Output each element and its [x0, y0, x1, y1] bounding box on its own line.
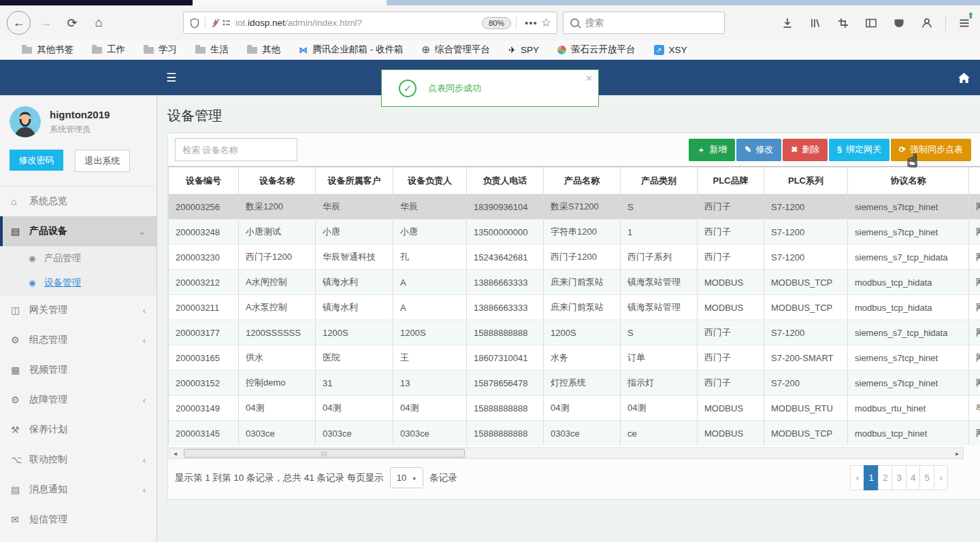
table-cell: 04测	[544, 396, 621, 421]
table-row[interactable]: 2000031771200SSSSSS1200S1200S15888888888…	[169, 320, 980, 345]
device-search-input[interactable]	[175, 138, 297, 161]
column-header[interactable]: 通讯方式	[969, 167, 980, 194]
table-cell: 网口	[969, 320, 980, 345]
sidebar-item[interactable]: ⚙组态管理‹	[0, 325, 157, 355]
table-row[interactable]: 200003165供水医院王18607310041水务订单西门子S7-200-S…	[169, 345, 980, 371]
avatar[interactable]	[10, 106, 41, 137]
page-actions-icon[interactable]: •••	[525, 17, 538, 29]
permissions-icon[interactable]	[221, 18, 232, 29]
logout-button[interactable]: 退出系统	[75, 150, 130, 172]
pager-next[interactable]: ›	[934, 465, 948, 490]
bookmark-item[interactable]: 生活	[195, 44, 229, 56]
bookmark-item[interactable]: ↗XSY	[654, 45, 687, 55]
flash-blocked-icon[interactable]	[210, 18, 221, 29]
scrollbar-thumb[interactable]: |||	[184, 449, 465, 458]
sidebar-item[interactable]: ⚙故障管理‹	[0, 385, 157, 415]
zoom-level-badge[interactable]: 80%	[482, 17, 511, 29]
toolbar-button-cross[interactable]: ✖删除	[783, 139, 828, 161]
pocket-icon[interactable]	[893, 17, 905, 29]
sidebar-toggle-icon[interactable]: ☰	[166, 71, 176, 85]
column-header[interactable]: PLC系列	[764, 167, 848, 194]
table-row[interactable]: 200003211A水泵控制镇海水利A13886663333庶来门前泵站镇海泵站…	[169, 295, 980, 320]
bookmark-item[interactable]: ⋈腾讯企业邮箱 - 收件箱	[299, 44, 404, 56]
sidebar-item[interactable]: ▦视频管理	[0, 355, 157, 385]
bookmark-item[interactable]: 其他	[247, 44, 280, 56]
column-header[interactable]: 负责人电话	[467, 167, 544, 194]
toolbar-button-pencil[interactable]: ✎修改	[736, 139, 781, 161]
column-header[interactable]: 设备编号	[169, 167, 239, 194]
column-header[interactable]: 产品名称	[544, 167, 621, 194]
sidebar-item[interactable]: ⚒保养计划	[0, 415, 157, 445]
sidebar-item[interactable]: ▤消息通知‹	[0, 475, 157, 505]
table-row[interactable]: 200003248小唐测试小唐小唐13500000000字符串12001西门子S…	[169, 220, 980, 245]
column-header[interactable]: 协议名称	[848, 167, 969, 194]
forward-button[interactable]: →	[35, 13, 56, 33]
page-size-select[interactable]: 10 ▲	[390, 467, 423, 488]
table-cell: 13500000000	[467, 220, 544, 245]
table-row[interactable]: 200003256数采1200华辰华辰18390936104数采S71200S西…	[169, 194, 980, 220]
downloads-icon[interactable]	[781, 17, 794, 29]
sidebar-item[interactable]: ▤产品设备⌄	[0, 216, 157, 246]
account-icon[interactable]	[921, 17, 933, 29]
browser-home-button[interactable]: ⌂	[88, 13, 109, 33]
pager-page-4[interactable]: 4	[906, 465, 921, 490]
scroll-left-arrow[interactable]: ◂	[170, 448, 180, 458]
sidebar-item[interactable]: ⌂系统总览	[0, 186, 157, 216]
sidebar-item[interactable]: ✉短信管理	[0, 505, 157, 535]
sidebar-item[interactable]: ⌥联动控制‹	[0, 445, 157, 475]
envelope-icon: ✉	[11, 514, 29, 525]
toast-close-icon[interactable]: ×	[586, 72, 592, 84]
column-header[interactable]: 产品类别	[621, 167, 698, 194]
bookmark-item[interactable]: ✈SPY	[508, 45, 539, 55]
table-cell: 18607310041	[467, 345, 544, 371]
change-password-button[interactable]: 修改密码	[10, 150, 63, 171]
column-header[interactable]: 设备负责人	[393, 167, 467, 194]
reload-button[interactable]: ⟳	[62, 13, 82, 33]
column-header[interactable]: 设备名称	[239, 167, 316, 194]
pager-page-1[interactable]: 1	[864, 465, 879, 490]
table-cell: 订单	[621, 345, 698, 371]
toolbar-button-refresh[interactable]: ⟳强制同步点表	[891, 139, 971, 161]
pager-page-5[interactable]: 5	[919, 465, 934, 490]
sidebar-item[interactable]: ◫大屏管理	[0, 535, 157, 542]
sidebar-item[interactable]: ◫网关管理‹	[0, 295, 157, 325]
bookmark-star-icon[interactable]: ☆	[541, 16, 551, 30]
submenu-item[interactable]: ◉设备管理	[0, 271, 157, 295]
pager-page-2[interactable]: 2	[878, 465, 893, 490]
screenshot-icon[interactable]	[837, 17, 849, 29]
table-row[interactable]: 200003212A水闸控制镇海水利A13886663333庶来门前泵站镇海泵站…	[169, 270, 980, 295]
column-header[interactable]: PLC品牌	[698, 167, 764, 194]
horizontal-scrollbar[interactable]: ◂ ||| ▸	[169, 447, 964, 459]
table-cell: 网口	[969, 220, 980, 245]
library-icon[interactable]	[809, 17, 821, 29]
table-row[interactable]: 200003230西门子1200华辰智通科技孔15243642681西门子120…	[169, 245, 980, 270]
url-bar[interactable]: iot.idosp.net/admin/index.html? 80% ••• …	[183, 12, 557, 34]
bookmark-item[interactable]: 其他书签	[22, 44, 74, 56]
table-cell: 镇海泵站管理	[621, 270, 698, 295]
pager: ‹12345›	[850, 465, 948, 490]
table-row[interactable]: 20000314904测04测04测1588888888804测04测MODBU…	[169, 396, 980, 421]
toolbar-button-plus[interactable]: ＋新增	[689, 139, 735, 161]
nav-home-icon[interactable]	[958, 73, 970, 83]
table-row[interactable]: 200003152控制demo311315878656478灯控系统指示灯西门子…	[169, 371, 980, 396]
pager-prev[interactable]: ‹	[850, 465, 864, 490]
back-button[interactable]: ←	[7, 11, 31, 35]
table-cell: 华辰	[316, 194, 393, 220]
table-cell: 18390936104	[467, 194, 544, 220]
toolbar-button-link[interactable]: §绑定网关	[829, 139, 889, 161]
bookmark-item[interactable]: 学习	[144, 44, 177, 56]
submenu-item[interactable]: ◉产品管理	[0, 246, 157, 271]
menu-hamburger-icon[interactable]: ⬆	[958, 17, 970, 29]
browser-search[interactable]: 搜索	[563, 12, 725, 34]
table-cell: 网口	[969, 270, 980, 295]
bookmark-item[interactable]: ⊕综合管理平台	[422, 44, 491, 56]
tabstrip-active-tab[interactable]	[193, 0, 387, 5]
shield-icon[interactable]	[189, 18, 200, 29]
sidebar-toggle-browser-icon[interactable]	[865, 17, 877, 29]
bookmark-item[interactable]: 萤石云开放平台	[557, 44, 636, 56]
bookmark-item[interactable]: 工作	[92, 44, 125, 56]
scroll-right-arrow[interactable]: ▸	[952, 448, 962, 458]
table-row[interactable]: 2000031450303ce0303ce0303ce1588888888803…	[169, 421, 980, 446]
column-header[interactable]: 设备所属客户	[316, 167, 393, 194]
pager-page-3[interactable]: 3	[892, 465, 906, 490]
